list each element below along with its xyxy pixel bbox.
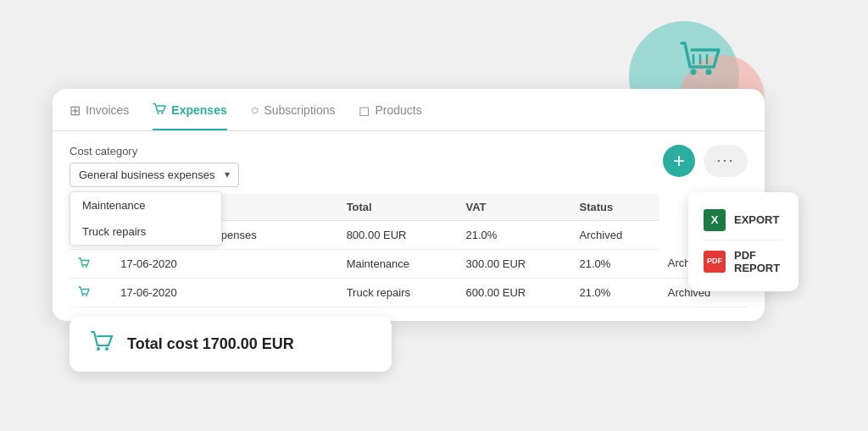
tab-subscriptions-label: Subscriptions: [264, 103, 335, 117]
export-pdf-button[interactable]: PDF PDFREPORT: [704, 244, 783, 279]
chevron-down-icon: ▾: [225, 169, 230, 180]
row-1-total: 800.00 EUR: [338, 220, 458, 249]
dropdown-menu: Maintenance Truck repairs: [70, 191, 222, 246]
tab-products[interactable]: ◻ Products: [359, 102, 421, 130]
export-label: EXPORT: [734, 213, 779, 226]
expenses-icon: [153, 102, 166, 119]
cost-category-dropdown[interactable]: General business expenses ▾: [70, 163, 239, 187]
export-excel-button[interactable]: X EXPORT: [704, 204, 783, 236]
main-card: ⊞ Invoices Expenses ○ Subscriptions ◻: [53, 89, 765, 321]
table-row: 17-06-2020 Maintenance 300.00 EUR 21.0% …: [70, 249, 748, 278]
row-2-description: Maintenance: [338, 249, 458, 278]
row-2-total: 300.00 EUR: [457, 249, 570, 278]
tab-expenses[interactable]: Expenses: [153, 102, 226, 130]
svg-point-9: [82, 266, 84, 268]
pdf-icon: PDF: [704, 251, 726, 273]
col-header-status: Status: [571, 194, 659, 221]
col-header-total: Total: [338, 194, 458, 221]
dropdown-item-maintenance[interactable]: Maintenance: [70, 192, 221, 218]
row-2-vat: 21.0%: [571, 249, 659, 278]
tab-subscriptions[interactable]: ○ Subscriptions: [251, 102, 336, 130]
tab-expenses-label: Expenses: [171, 103, 226, 117]
table-row: 17-06-2020 Truck repairs 600.00 EUR 21.0…: [70, 278, 748, 307]
total-cart-icon: [90, 330, 114, 358]
row-1-vat: 21.0%: [457, 220, 570, 249]
invoices-icon: ⊞: [70, 102, 81, 119]
svg-point-5: [158, 112, 159, 113]
row-3-description: Truck repairs: [338, 278, 458, 307]
tab-invoices[interactable]: ⊞ Invoices: [70, 102, 129, 130]
dropdown-selected-value: General business expenses: [79, 169, 214, 181]
svg-point-6: [162, 112, 164, 113]
row-icon-2: [70, 249, 112, 278]
svg-point-10: [86, 266, 87, 268]
row-icon-3: [70, 278, 112, 307]
more-options-button[interactable]: ···: [704, 145, 748, 177]
row-2-date: 17-06-2020: [112, 249, 337, 278]
tab-products-label: Products: [375, 103, 421, 117]
cost-category-label: Cost category: [70, 145, 748, 157]
export-divider: [704, 240, 783, 240]
tab-invoices-label: Invoices: [86, 103, 129, 117]
svg-point-11: [82, 295, 84, 296]
dropdown-item-truck-repairs[interactable]: Truck repairs: [70, 218, 221, 245]
svg-point-14: [105, 347, 108, 351]
cost-category-dropdown-wrapper: General business expenses ▾ Maintenance …: [70, 163, 239, 187]
export-popup: X EXPORT PDF PDFREPORT: [688, 192, 798, 291]
ellipsis-icon: ···: [716, 152, 734, 169]
total-cost-text: Total cost 1700.00 EUR: [127, 335, 294, 353]
svg-point-12: [86, 295, 87, 296]
action-buttons: + ··· X EXPORT PDF PDFREPORT: [663, 145, 748, 177]
svg-point-4: [706, 69, 712, 75]
row-1-status: Archived: [571, 220, 659, 249]
content-area: Cost category General business expenses …: [53, 131, 765, 321]
products-icon: ◻: [359, 102, 370, 119]
decorative-cart-icon: [676, 40, 724, 93]
row-3-total: 600.00 EUR: [457, 278, 570, 307]
tabs-bar: ⊞ Invoices Expenses ○ Subscriptions ◻: [53, 89, 765, 131]
total-cost-bar: Total cost 1700.00 EUR: [70, 317, 392, 372]
add-button[interactable]: +: [663, 145, 695, 177]
svg-point-13: [97, 347, 100, 351]
col-header-vat: VAT: [457, 194, 570, 221]
row-3-date: 17-06-2020: [112, 278, 337, 307]
excel-icon: X: [704, 209, 726, 231]
pdf-label: PDFREPORT: [734, 249, 780, 274]
subscriptions-icon: ○: [251, 102, 259, 118]
svg-point-3: [691, 69, 697, 75]
row-3-vat: 21.0%: [571, 278, 659, 307]
